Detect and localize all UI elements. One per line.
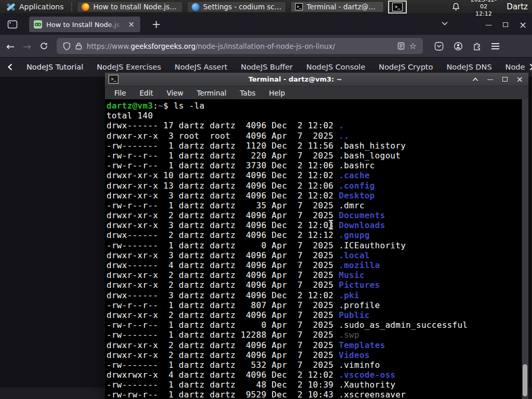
applications-label: Applications [19,3,64,11]
taskbar-item-codium[interactable]: Settings - codium script... [187,1,286,12]
firefox-icon [82,3,89,11]
tab-close-icon[interactable]: × [127,20,136,29]
applications-menu-button[interactable]: Applications [3,2,67,12]
site-nav-link[interactable]: NodeJS Buffer [241,63,293,71]
account-icon[interactable] [454,42,463,51]
terminal-listing-row: drwxr-xr-x 2 dartz dartz 4096 Apr 7 2025… [107,210,520,220]
site-nav-link[interactable]: NodeJS Exercises [97,63,161,71]
chevron-left-icon [7,63,13,71]
file-name: Music [339,270,365,280]
site-nav-back[interactable] [7,63,13,71]
terminal-listing-row: -rw------- 1 dartz dartz 532 Apr 7 2025 … [107,360,520,370]
terminal-menu-view[interactable]: View [162,88,189,98]
forward-button[interactable]: → [23,41,31,52]
shade-icon[interactable] [472,77,478,82]
applications-icon [6,3,16,11]
new-tab-button[interactable]: + [148,18,165,31]
site-nav-links: NodeJS TutorialNodeJS ExercisesNodeJS As… [26,63,525,71]
panel-user-label[interactable]: Dartz [507,2,528,11]
taskbar-item-firefox[interactable]: How to Install Node.js o... [77,1,183,12]
tray-terminal-icon[interactable]: >_ [388,1,407,14]
clock-time: 12:12 [468,10,499,17]
browser-window-controls: — × [485,14,527,35]
file-name: .pki [339,290,360,300]
terminal-menu-terminal[interactable]: Terminal [192,88,232,98]
reader-view-icon[interactable] [397,42,405,50]
taskbar-item-terminal[interactable]: >_ Terminal - dartz@vm3: ~ [290,1,384,12]
site-nav-link[interactable]: NodeJS Assert [175,63,228,71]
terminal-menu-help[interactable]: Help [264,88,290,98]
browser-tab-active[interactable]: How to Install Node.js on × [29,17,140,32]
file-name: .swp [339,330,360,340]
url-path: /node-js/installation-of-node-js-on-linu… [195,42,335,50]
minimize-icon[interactable]: — [487,76,494,83]
file-name: .xscreensaver [339,390,406,399]
file-name: Pictures [339,280,380,290]
terminal-listing-row: drwx------ 4 dartz dartz 4096 Apr 7 2025… [107,260,520,270]
file-name: .local [339,250,370,260]
close-icon[interactable]: × [516,74,523,84]
terminal-listing-row: -rw------- 1 dartz dartz 12288 Apr 7 202… [107,330,520,340]
terminal-icon: >_ [295,3,303,10]
maximize-icon[interactable] [503,22,508,27]
url-bar[interactable]: https://www.geeksforgeeks.org/node-js/in… [57,38,423,54]
terminal-listing-row: -rw------- 1 dartz dartz 0 Apr 7 2025 .I… [107,241,520,250]
terminal-menu-tabs[interactable]: Tabs [235,88,261,98]
file-name: .cache [339,170,370,180]
terminal-window-controls: — × [472,74,525,84]
back-button[interactable]: ← [6,41,15,52]
notification-bell-icon[interactable] [451,2,460,11]
site-nav-link[interactable]: NodeJS DNS [446,63,491,71]
file-name: .bash_logout [339,151,401,161]
terminal-listing-row: drwxr-xr-x 2 dartz dartz 4096 Apr 7 2025… [107,350,520,360]
pocket-icon[interactable] [434,42,444,51]
terminal-menu-edit[interactable]: Edit [135,88,158,98]
chevron-right-icon [529,63,532,71]
reload-icon[interactable] [39,42,48,50]
firefox-view-icon [7,20,18,29]
terminal-listing-row: -rw-r--r-- 1 dartz dartz 0 Apr 7 2025 .s… [107,320,520,330]
browser-tab-bar: How to Install Node.js on × + — × [0,14,532,35]
terminal-output[interactable]: dartz@vm3:~$ ls -la total 140 drwx------… [105,99,528,399]
list-all-tabs-button[interactable] [441,19,449,30]
chevron-down-icon [441,19,449,28]
site-nav-link[interactable]: NodeJS Console [307,63,366,71]
terminal-listing-row: drwxr-xr-x 3 dartz dartz 4096 Dec 2 12:0… [107,191,520,201]
browser-toolbar: ← → https://www.geeksforgeeks.org/node-j… [0,35,532,58]
lock-icon [75,42,82,50]
terminal-listing-row: -rw-r--r-- 1 dartz dartz 3730 Dec 2 12:0… [107,161,520,170]
file-name: .profile [339,300,380,310]
minimize-icon[interactable]: — [485,21,492,29]
top-panel: Applications How to Install Node.js o...… [0,0,532,14]
site-nav-link[interactable]: NodeJS Tutorial [26,63,83,71]
terminal-listing-row: drwx------ 17 dartz dartz 4096 Dec 2 12:… [107,121,520,130]
terminal-title-bar[interactable]: >_ Terminal - dartz@vm3: ~ — × [105,73,528,86]
site-nav-link[interactable]: Node [506,63,525,71]
file-name: .ICEauthority [339,241,406,250]
extensions-icon[interactable] [473,42,482,51]
file-name: .mozilla [339,260,380,270]
panel-clock[interactable]: 2025-12-02 12:12 [468,0,499,17]
terminal-scrollbar-thumb[interactable] [523,364,527,396]
file-name: .. [339,131,349,141]
menu-hamburger-icon[interactable] [491,43,499,49]
terminal-total-line: total 140 [107,111,520,121]
bookmark-star-icon[interactable]: ☆ [409,41,417,51]
terminal-listing-row: drwxr-xr-x 2 dartz dartz 4096 Apr 7 2025… [107,270,520,280]
file-name: .bash_history [339,141,406,151]
close-icon[interactable]: × [519,19,527,30]
file-name: Videos [339,350,370,360]
tracking-shield-icon[interactable] [63,42,71,50]
tab-title: How to Install Node.js on [46,21,123,29]
url-domain: geeksforgeeks.org [130,42,195,50]
terminal-menu-file[interactable]: File [109,88,131,98]
site-nav-forward[interactable] [529,63,532,71]
terminal-listing-row: -rw-r--r-- 1 dartz dartz 35 Apr 7 2025 .… [107,201,520,210]
url-scheme: https://www. [87,42,131,50]
terminal-listing-row: -rw-r--r-- 1 dartz dartz 220 Apr 7 2025 … [107,151,520,161]
firefox-view-button[interactable] [5,18,20,31]
terminal-scrollbar[interactable] [522,99,528,399]
maximize-icon[interactable] [502,77,508,82]
file-name: Templates [339,340,385,350]
site-nav-link[interactable]: NodeJS Crypto [379,63,433,71]
